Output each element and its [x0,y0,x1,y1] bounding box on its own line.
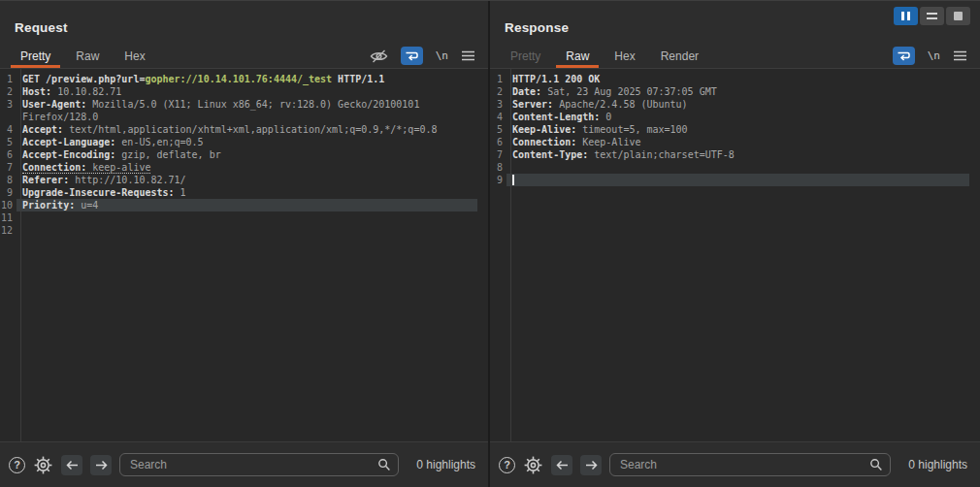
line-content: Date: Sat, 23 Aug 2025 07:37:05 GMT [506,85,969,98]
line-number: 9 [0,186,16,199]
code-segment: Connection: [22,162,86,173]
tab-pretty: Pretty [498,44,553,68]
help-icon[interactable]: ? [499,457,515,473]
code-segment: text/plain;charset=UTF-8 [588,149,735,160]
gutter-divider [510,69,511,441]
code-line: 1HTTP/1.1 200 OK [490,73,980,85]
code-segment: Accept: [22,124,63,135]
line-number: 11 [0,211,16,224]
single-layout-button[interactable] [946,7,970,25]
code-line: 4Accept: text/html,application/xhtml+xml… [0,123,488,136]
line-content: Firefox/128.0 [16,111,477,123]
code-segment: Content-Length: [512,112,600,122]
rows-icon [927,13,937,19]
tab-label: Hex [124,49,145,63]
editor-menu-icon[interactable] [461,49,475,62]
code-segment: Mozilla/5.0 (X11; Linux x86_64; rv:128.0… [86,99,419,110]
text-caret [512,175,514,185]
request-title: Request [15,20,488,35]
search-previous-button[interactable] [551,455,572,475]
line-number [0,111,16,123]
code-segment: GET /preview.php?url= [22,74,145,84]
request-search-bar: ? [0,441,488,487]
pause-layout-button[interactable] [894,7,918,25]
request-editor[interactable]: 1GET /preview.php?url=gopher://10.14.101… [0,69,488,441]
line-number: 8 [490,161,506,174]
code-segment: Sat, 23 Aug 2025 07:37:05 GMT [541,86,717,97]
tab-raw[interactable]: Raw [553,44,602,68]
code-line: 9Upgrade-Insecure-Requests: 1 [0,186,488,199]
code-segment: Upgrade-Insecure-Requests: [22,187,175,198]
highlights-count: 0 highlights [908,458,967,471]
code-line: 10Priority: u=4 [0,199,488,211]
code-line: 1GET /preview.php?url=gopher://10.14.101… [0,73,488,85]
layout-control-buttons [894,7,970,25]
help-icon[interactable]: ? [9,457,25,473]
tab-render[interactable]: Render [648,44,711,68]
tab-hex[interactable]: Hex [602,44,647,68]
line-content: Host: 10.10.82.71 [16,85,477,98]
tab-raw[interactable]: Raw [63,44,112,68]
line-number: 1 [490,73,506,85]
line-number: 10 [0,199,16,211]
code-line: 5Keep-Alive: timeout=5, max=100 [490,123,980,136]
line-content: Upgrade-Insecure-Requests: 1 [16,186,477,199]
tab-label: Render [661,49,699,63]
code-line: 6Accept-Encoding: gzip, deflate, br [0,148,488,161]
pause-icon [901,12,904,20]
line-number: 5 [0,136,16,148]
hide-nonprinting-eye-icon[interactable] [370,49,388,64]
code-segment: Server: [512,99,553,110]
search-next-button[interactable] [580,455,602,475]
word-wrap-toggle-icon[interactable] [401,47,423,65]
code-line: 3Server: Apache/2.4.58 (Ubuntu) [490,98,980,111]
code-line: 8Referer: http://10.10.82.71/ [0,174,488,186]
code-segment: 10.10.82.71 [51,86,121,97]
code-segment: User-Agent: [22,99,86,110]
line-number: 6 [0,148,16,161]
line-content: Content-Type: text/plain;charset=UTF-8 [506,148,969,161]
response-code: 1HTTP/1.1 200 OK2Date: Sat, 23 Aug 2025 … [490,73,980,186]
code-segment: gopher://10.14.101.76:4444/_test [145,74,332,84]
request-editor-toolbar: \n [370,44,488,68]
line-content: Priority: u=4 [16,199,477,211]
search-next-button[interactable] [90,455,112,475]
code-line: 3User-Agent: Mozilla/5.0 (X11; Linux x86… [0,98,488,111]
line-content: Server: Apache/2.4.58 (Ubuntu) [506,98,969,111]
code-segment: Accept-Encoding: [22,149,115,160]
code-segment: Content-Type: [512,149,588,160]
search-settings-gear-icon[interactable] [33,455,53,475]
line-content: Referer: http://10.10.82.71/ [16,174,477,186]
code-segment: 1 [175,187,186,198]
tab-pretty[interactable]: Pretty [8,44,63,68]
search-previous-button[interactable] [61,455,82,475]
tab-hex[interactable]: Hex [112,44,157,68]
code-line: 11 [0,211,488,224]
line-content: Connection: keep-alive [16,161,477,174]
response-editor-toolbar: \n [893,44,980,68]
code-segment: Connection: [512,137,576,147]
newline-markers-toggle[interactable]: \n [928,49,940,62]
request-code: 1GET /preview.php?url=gopher://10.14.101… [0,73,488,237]
line-content: Accept-Language: en-US,en;q=0.5 [16,136,477,148]
search-input[interactable] [609,453,891,476]
word-wrap-toggle-icon[interactable] [893,47,915,65]
code-line: 6Connection: Keep-Alive [490,136,980,148]
response-editor[interactable]: 1HTTP/1.1 200 OK2Date: Sat, 23 Aug 2025 … [490,69,980,441]
code-segment: HTTP/1.1 200 OK [512,74,600,84]
editor-menu-icon[interactable] [953,49,967,62]
search-input[interactable] [119,453,399,476]
request-header: Request [0,1,488,44]
code-line: 7Content-Type: text/plain;charset=UTF-8 [490,148,980,161]
newline-markers-toggle[interactable]: \n [436,49,448,62]
line-number: 3 [490,98,506,111]
line-number: 8 [0,174,16,186]
tab-label: Raw [566,49,589,63]
code-segment: Priority: [22,200,75,211]
code-line: 8 [490,161,980,174]
code-segment: keep-alive [86,162,150,173]
rows-layout-button[interactable] [920,7,944,25]
search-settings-gear-icon[interactable] [523,455,543,475]
line-number: 2 [0,85,16,98]
code-segment: Accept-Language: [22,137,115,147]
